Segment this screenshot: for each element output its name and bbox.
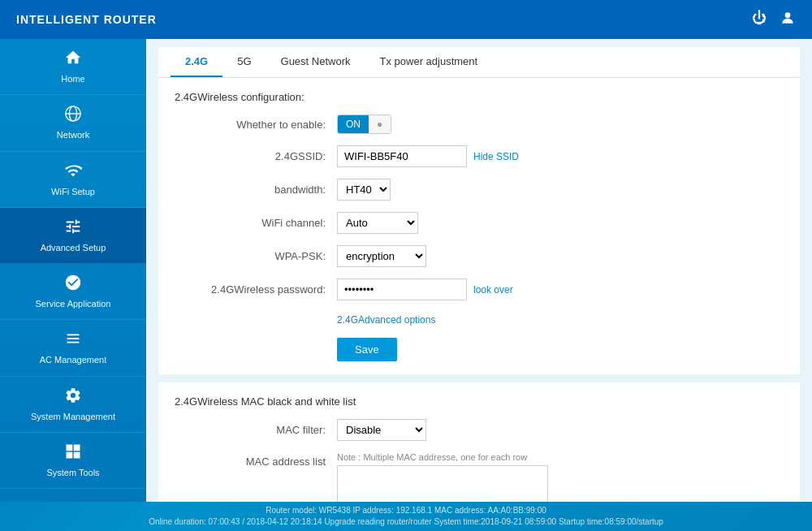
wpa-label: WPA-PSK: — [175, 250, 337, 262]
system-tools-icon — [64, 442, 82, 464]
sidebar-item-ac-management[interactable]: AC Management — [0, 320, 146, 376]
wpa-select[interactable]: encryption none — [337, 245, 426, 267]
sidebar-label-network: Network — [57, 129, 89, 140]
network-icon — [64, 105, 82, 126]
sidebar-item-system-tools[interactable]: System Tools — [0, 433, 146, 489]
mac-section-title: 2.4GWireless MAC black and white list — [175, 395, 784, 408]
bandwidth-label: bandwidth: — [175, 183, 337, 196]
sidebar-label-advanced: Advanced Setup — [41, 242, 106, 253]
ssid-input[interactable] — [337, 145, 467, 167]
footer-bar: Router model: WR5438 IP address: 192.168… — [0, 502, 812, 531]
sidebar-label-system-mgmt: System Management — [31, 411, 115, 422]
channel-label: WiFi channel: — [175, 217, 337, 229]
wpa-row: WPA-PSK: encryption none — [175, 245, 784, 267]
sidebar-item-network[interactable]: Network — [0, 95, 146, 151]
toggle-on[interactable]: ON — [338, 115, 369, 133]
sidebar-label-wifi: WiFi Setup — [51, 186, 95, 197]
enable-label: Whether to enable: — [175, 119, 337, 131]
save-button[interactable]: Save — [337, 338, 397, 361]
footer-text: Router model: WR5438 IP address: 192.168… — [149, 505, 663, 528]
enable-toggle: ON ● — [337, 114, 391, 134]
advanced-options-link[interactable]: 2.4GAdvanced options — [337, 314, 435, 326]
bandwidth-row: bandwidth: HT20 HT40 HT80 — [175, 179, 784, 201]
sidebar-item-wifi-setup[interactable]: WiFi Setup — [0, 152, 146, 208]
home-icon — [64, 49, 82, 70]
ssid-row: 2.4GSSID: Hide SSID — [175, 145, 784, 167]
advanced-options-link-wrapper: 2.4GAdvanced options — [337, 312, 784, 326]
look-over-link[interactable]: look over — [473, 284, 513, 296]
wireless-config-panel: 2.4GWireless configuration: Whether to e… — [158, 78, 800, 374]
system-mgmt-icon — [64, 386, 82, 408]
advanced-setup-icon — [64, 218, 82, 239]
ssid-label: 2.4GSSID: — [175, 150, 337, 162]
mac-filter-label: MAC filter: — [175, 424, 337, 436]
wireless-config-title: 2.4GWireless configuration: — [175, 91, 784, 103]
bandwidth-select[interactable]: HT20 HT40 HT80 — [337, 179, 391, 201]
toggle-off[interactable]: ● — [369, 115, 391, 133]
mac-filter-select[interactable]: Disable Blacklist Whitelist — [337, 419, 426, 441]
password-input[interactable] — [337, 278, 467, 300]
svg-point-0 — [785, 12, 791, 18]
mac-panel: 2.4GWireless MAC black and white list MA… — [158, 382, 800, 502]
footer-line2: Online duration: 07:00:43 / 2018-04-12 2… — [149, 516, 663, 528]
tab-guest[interactable]: Guest Network — [266, 47, 365, 77]
user-icon[interactable] — [780, 10, 796, 30]
topbar: INTELLIGENT ROUTER ⏻ — [0, 0, 812, 39]
ac-icon — [64, 330, 82, 351]
wifi-icon — [64, 162, 82, 183]
mac-address-list-control: Note : Multiple MAC addresse, one for ea… — [337, 452, 548, 502]
sidebar-label-ac: AC Management — [40, 354, 107, 365]
tab-tx[interactable]: Tx power adjustment — [365, 47, 493, 77]
sidebar-item-home[interactable]: Home — [0, 39, 146, 95]
channel-row: WiFi channel: Auto 123 456 — [175, 212, 784, 234]
mac-address-list-label: MAC address list — [175, 452, 337, 468]
bandwidth-control: HT20 HT40 HT80 — [337, 179, 391, 201]
footer-line1: Router model: WR5438 IP address: 192.168… — [149, 505, 663, 516]
sidebar-label-system-tools: System Tools — [46, 467, 99, 478]
sidebar-item-system-management[interactable]: System Management — [0, 377, 146, 433]
sidebar-item-advanced-setup[interactable]: Advanced Setup — [0, 208, 146, 264]
topbar-icons: ⏻ — [752, 10, 796, 30]
mac-filter-row: MAC filter: Disable Blacklist Whitelist — [175, 419, 784, 441]
tabs-bar: 2.4G 5G Guest Network Tx power adjustmen… — [158, 47, 800, 78]
sidebar: Home Network WiFi Setup Advanced Setup S — [0, 39, 146, 502]
toggle-switch[interactable]: ON ● — [337, 114, 391, 134]
main-layout: Home Network WiFi Setup Advanced Setup S — [0, 39, 812, 502]
ssid-control: Hide SSID — [337, 145, 519, 167]
tab-2g[interactable]: 2.4G — [171, 47, 222, 77]
sidebar-label-home: Home — [61, 73, 84, 84]
mac-filter-control: Disable Blacklist Whitelist — [337, 419, 426, 441]
app-title: INTELLIGENT ROUTER — [16, 13, 157, 26]
password-label: 2.4GWireless password: — [175, 283, 337, 296]
password-row: 2.4GWireless password: look over — [175, 278, 784, 300]
sidebar-label-service: Service Application — [36, 298, 111, 309]
content-area: 2.4G 5G Guest Network Tx power adjustmen… — [146, 39, 812, 502]
save-button-wrapper: Save — [175, 338, 784, 361]
mac-note: Note : Multiple MAC addresse, one for ea… — [337, 452, 548, 462]
service-icon — [64, 274, 82, 295]
channel-control: Auto 123 456 — [337, 212, 418, 234]
mac-address-list-row: MAC address list Note : Multiple MAC add… — [175, 452, 784, 502]
wpa-control: encryption none — [337, 245, 426, 267]
tab-5g[interactable]: 5G — [222, 47, 266, 77]
channel-select[interactable]: Auto 123 456 — [337, 212, 418, 234]
password-control: look over — [337, 278, 513, 300]
hide-ssid-link[interactable]: Hide SSID — [473, 151, 519, 162]
enable-row: Whether to enable: ON ● — [175, 114, 784, 134]
sidebar-item-service-application[interactable]: Service Application — [0, 264, 146, 320]
power-icon[interactable]: ⏻ — [752, 10, 767, 30]
mac-address-textarea[interactable] — [337, 465, 548, 502]
